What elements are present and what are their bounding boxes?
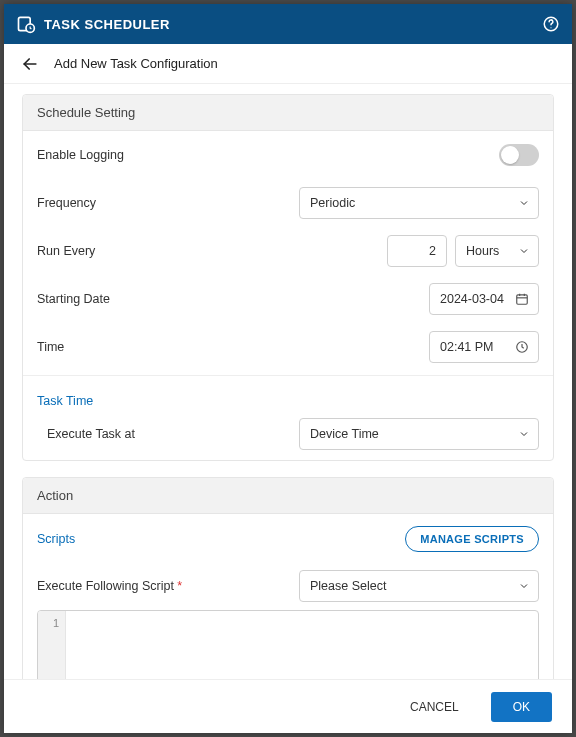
titlebar-title: TASK SCHEDULER: [44, 17, 542, 32]
ok-button[interactable]: OK: [491, 692, 552, 722]
scripts-row: Scripts MANAGE SCRIPTS: [37, 514, 539, 562]
dialog: TASK SCHEDULER Add New Task Configuratio…: [4, 4, 572, 733]
execute-at-select[interactable]: Device Time: [299, 418, 539, 450]
time-label: Time: [37, 340, 429, 354]
execute-at-row: Execute Task at Device Time: [37, 412, 539, 460]
frequency-value: Periodic: [310, 196, 355, 210]
required-asterisk: *: [177, 579, 182, 593]
code-gutter: 1: [38, 611, 66, 679]
frequency-label: Frequency: [37, 196, 299, 210]
footer: CANCEL OK: [4, 679, 572, 733]
svg-point-3: [550, 27, 551, 28]
run-every-input[interactable]: [387, 235, 447, 267]
chevron-down-icon: [518, 197, 530, 209]
time-row: Time 02:41 PM: [37, 323, 539, 371]
schedule-header: Schedule Setting: [23, 95, 553, 131]
cancel-button[interactable]: CANCEL: [388, 692, 481, 722]
titlebar: TASK SCHEDULER: [4, 4, 572, 44]
frequency-select[interactable]: Periodic: [299, 187, 539, 219]
enable-logging-row: Enable Logging: [37, 131, 539, 179]
execute-script-label: Execute Following Script *: [37, 579, 299, 593]
gutter-line-1: 1: [38, 617, 59, 629]
run-every-row: Run Every Hours: [37, 227, 539, 275]
action-header: Action: [23, 478, 553, 514]
calendar-icon: [514, 291, 530, 307]
frequency-row: Frequency Periodic: [37, 179, 539, 227]
time-field[interactable]: 02:41 PM: [429, 331, 539, 363]
subheader-title: Add New Task Configuration: [54, 56, 218, 71]
help-icon[interactable]: [542, 15, 560, 33]
run-every-unit-value: Hours: [466, 244, 499, 258]
starting-date-label: Starting Date: [37, 292, 429, 306]
time-value: 02:41 PM: [440, 340, 494, 354]
chevron-down-icon: [518, 428, 530, 440]
enable-logging-label: Enable Logging: [37, 148, 499, 162]
starting-date-value: 2024-03-04: [440, 292, 504, 306]
script-code-area[interactable]: 1: [37, 610, 539, 679]
run-every-unit-select[interactable]: Hours: [455, 235, 539, 267]
scripts-label: Scripts: [37, 532, 75, 546]
execute-script-value: Please Select: [310, 579, 386, 593]
manage-scripts-button[interactable]: MANAGE SCRIPTS: [405, 526, 539, 552]
task-time-section: Task Time: [37, 380, 539, 412]
starting-date-row: Starting Date 2024-03-04: [37, 275, 539, 323]
action-card: Action Scripts MANAGE SCRIPTS Execute Fo…: [22, 477, 554, 679]
chevron-down-icon: [518, 245, 530, 257]
clock-icon: [514, 339, 530, 355]
subheader: Add New Task Configuration: [4, 44, 572, 84]
chevron-down-icon: [518, 580, 530, 592]
schedule-card: Schedule Setting Enable Logging Frequenc…: [22, 94, 554, 461]
enable-logging-toggle[interactable]: [499, 144, 539, 166]
svg-rect-4: [517, 295, 528, 304]
code-body[interactable]: [66, 611, 538, 679]
back-arrow-icon[interactable]: [18, 52, 42, 76]
starting-date-field[interactable]: 2024-03-04: [429, 283, 539, 315]
execute-script-row: Execute Following Script * Please Select: [37, 562, 539, 610]
content-area: Schedule Setting Enable Logging Frequenc…: [4, 84, 572, 679]
run-every-label: Run Every: [37, 244, 387, 258]
execute-script-select[interactable]: Please Select: [299, 570, 539, 602]
divider: [23, 375, 553, 376]
execute-at-value: Device Time: [310, 427, 379, 441]
execute-at-label: Execute Task at: [47, 427, 299, 441]
scheduler-icon: [16, 14, 36, 34]
